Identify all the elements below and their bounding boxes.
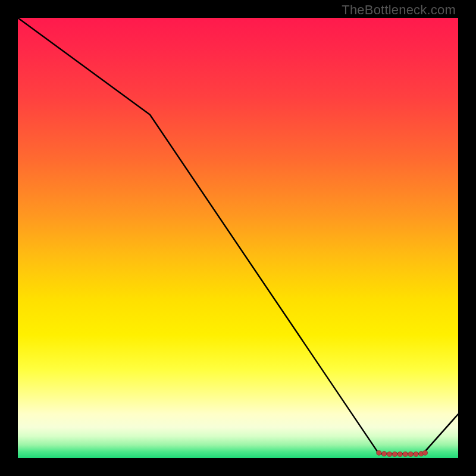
series-curve bbox=[18, 18, 458, 454]
marker-dot bbox=[382, 451, 387, 456]
marker-cluster bbox=[377, 450, 428, 457]
marker-dot bbox=[397, 452, 402, 456]
chart-frame: TheBottleneck.com bbox=[0, 0, 476, 476]
marker-dot bbox=[414, 452, 418, 456]
marker-dot bbox=[422, 450, 427, 455]
chart-svg bbox=[18, 18, 458, 458]
marker-dot bbox=[392, 452, 397, 456]
marker-dot bbox=[408, 452, 413, 456]
watermark-text: TheBottleneck.com bbox=[342, 2, 456, 18]
marker-dot bbox=[403, 452, 408, 456]
marker-dot bbox=[377, 450, 381, 455]
curve-path bbox=[18, 18, 458, 454]
marker-dot bbox=[387, 452, 392, 456]
plot-area bbox=[18, 18, 458, 458]
